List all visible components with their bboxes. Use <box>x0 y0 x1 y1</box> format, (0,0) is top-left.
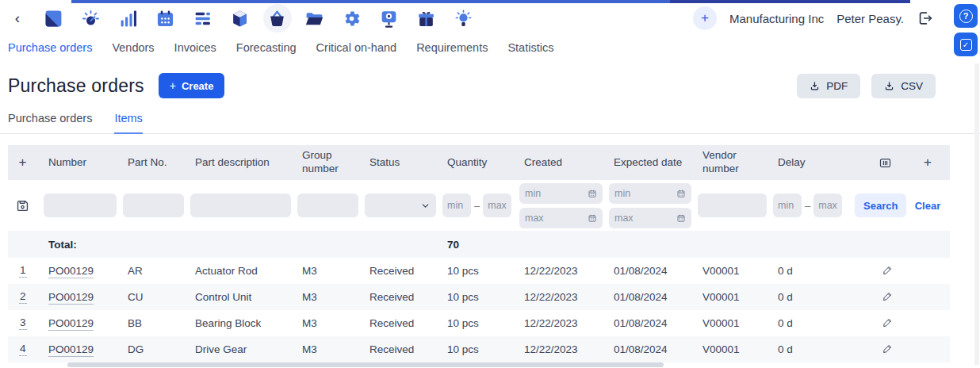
app-icon-calendar[interactable] <box>147 3 184 33</box>
app-icon-gauge[interactable] <box>72 3 109 33</box>
calendar-icon <box>588 213 597 223</box>
col-part-description[interactable]: Part description <box>190 145 297 180</box>
nav-requirements[interactable]: Requirements <box>416 41 488 54</box>
cell-status: Received <box>365 284 442 310</box>
col-part-no[interactable]: Part No. <box>123 145 190 180</box>
edit-pencil-icon[interactable] <box>882 264 894 276</box>
col-quantity[interactable]: Quantity <box>442 145 519 180</box>
table-row: 3 PO00129 BB Bearing Block M3 Received 1… <box>8 310 950 336</box>
row-index[interactable]: 2 <box>19 290 27 304</box>
edit-pencil-icon[interactable] <box>882 316 894 328</box>
edit-pencil-icon[interactable] <box>882 290 894 302</box>
nav-vendors[interactable]: Vendors <box>112 41 154 54</box>
tasks-button[interactable]: ✓ <box>954 33 978 56</box>
add-column-button[interactable]: + <box>924 155 932 170</box>
edit-pencil-icon[interactable] <box>882 343 894 355</box>
row-index[interactable]: 4 <box>19 343 27 356</box>
app-icon-folder[interactable] <box>296 3 333 33</box>
clear-filters-link[interactable]: Clear <box>915 200 941 212</box>
folder-icon <box>301 4 329 33</box>
export-csv-button[interactable]: CSV <box>871 74 936 98</box>
col-expected-date[interactable]: Expected date <box>609 145 698 180</box>
po-link[interactable]: PO00129 <box>48 291 94 305</box>
gauge-icon <box>77 4 105 33</box>
po-link[interactable]: PO00129 <box>48 265 94 278</box>
presentation-board-icon <box>375 4 404 33</box>
horizontal-scrollbar[interactable] <box>67 362 664 367</box>
cell-part-description: Actuator Rod <box>190 258 297 284</box>
app-icon-board[interactable] <box>370 3 408 33</box>
filter-expected-min[interactable] <box>609 183 691 204</box>
col-number[interactable]: Number <box>44 145 123 180</box>
app-icon-cube[interactable] <box>221 3 258 33</box>
col-status[interactable]: Status <box>365 145 442 180</box>
filter-delay-min-input[interactable] <box>773 194 802 217</box>
app-icon-gantt[interactable] <box>184 3 221 33</box>
cell-part-description: Bearing Block <box>190 310 297 336</box>
filter-expected-max-input[interactable] <box>614 213 676 224</box>
filter-vendor-number-input[interactable] <box>698 194 767 217</box>
logout-icon[interactable] <box>917 10 934 27</box>
filter-row: – <box>8 180 950 231</box>
cell-status: Received <box>365 258 442 284</box>
filter-group-number-input[interactable] <box>297 194 358 217</box>
columns-settings-icon[interactable] <box>864 156 905 170</box>
cell-vendor-number: V00001 <box>698 284 773 310</box>
filter-number-input[interactable] <box>44 194 117 217</box>
filter-created-min[interactable] <box>519 183 603 204</box>
company-name[interactable]: Manufacturing Inc <box>729 12 824 25</box>
calendar-icon <box>676 213 686 223</box>
nav-forecasting[interactable]: Forecasting <box>236 41 297 54</box>
app-icon-basket[interactable] <box>258 3 296 33</box>
create-button[interactable]: + Create <box>159 73 225 98</box>
vertical-scrollbar[interactable] <box>974 63 979 365</box>
filter-quantity-min-input[interactable] <box>442 194 471 217</box>
cell-quantity: 10 pcs <box>442 284 519 310</box>
nav-invoices[interactable]: Invoices <box>174 41 216 54</box>
save-filter-icon[interactable] <box>8 198 37 213</box>
cell-delay: 0 d <box>773 258 864 284</box>
range-dash: – <box>474 200 480 212</box>
gift-icon <box>412 4 441 33</box>
filter-created-max[interactable] <box>519 208 603 228</box>
help-button[interactable]: ? <box>954 4 978 28</box>
filter-delay-max-input[interactable] <box>813 194 842 217</box>
filter-quantity-max-input[interactable] <box>483 194 511 217</box>
cell-expected-date: 01/08/2024 <box>609 284 698 310</box>
col-created[interactable]: Created <box>519 145 609 180</box>
cell-delay: 0 d <box>773 310 864 336</box>
total-label: Total: <box>44 231 123 258</box>
filter-created-min-input[interactable] <box>525 188 588 199</box>
tab-items[interactable]: Items <box>114 112 142 134</box>
app-icon-gift[interactable] <box>408 3 445 33</box>
app-icon-bar-chart[interactable] <box>109 3 147 33</box>
filter-expected-min-input[interactable] <box>614 188 676 199</box>
collapse-sidebar-button[interactable]: ‹ <box>0 3 35 33</box>
col-group-number[interactable]: Group number <box>297 145 365 180</box>
nav-critical-on-hand[interactable]: Critical on-hand <box>316 41 397 54</box>
cell-delay: 0 d <box>773 336 864 362</box>
filter-status-select[interactable] <box>365 194 436 217</box>
search-button[interactable]: Search <box>855 194 906 217</box>
row-index[interactable]: 3 <box>19 316 27 330</box>
export-pdf-button[interactable]: PDF <box>797 74 860 98</box>
po-link[interactable]: PO00129 <box>48 343 94 357</box>
nav-purchase-orders[interactable]: Purchase orders <box>8 41 92 54</box>
app-icon-logo[interactable] <box>35 3 72 33</box>
tab-purchase-orders[interactable]: Purchase orders <box>8 112 92 133</box>
filter-part-description-input[interactable] <box>190 194 291 217</box>
row-index[interactable]: 1 <box>19 264 27 278</box>
add-filter-row-button[interactable]: + <box>19 155 27 170</box>
col-delay[interactable]: Delay <box>773 145 864 180</box>
filter-expected-max[interactable] <box>609 208 691 228</box>
logo-icon <box>40 4 68 33</box>
col-vendor-number[interactable]: Vendor number <box>698 145 773 180</box>
quick-add-button[interactable]: + <box>693 6 717 30</box>
app-icon-gear[interactable] <box>333 3 370 33</box>
filter-created-max-input[interactable] <box>525 213 588 224</box>
nav-statistics[interactable]: Statistics <box>507 41 553 54</box>
filter-part-no-input[interactable] <box>123 194 184 217</box>
app-icon-lightbulb[interactable] <box>445 3 482 33</box>
user-name[interactable]: Peter Peasy. <box>836 12 904 25</box>
po-link[interactable]: PO00129 <box>48 317 94 331</box>
